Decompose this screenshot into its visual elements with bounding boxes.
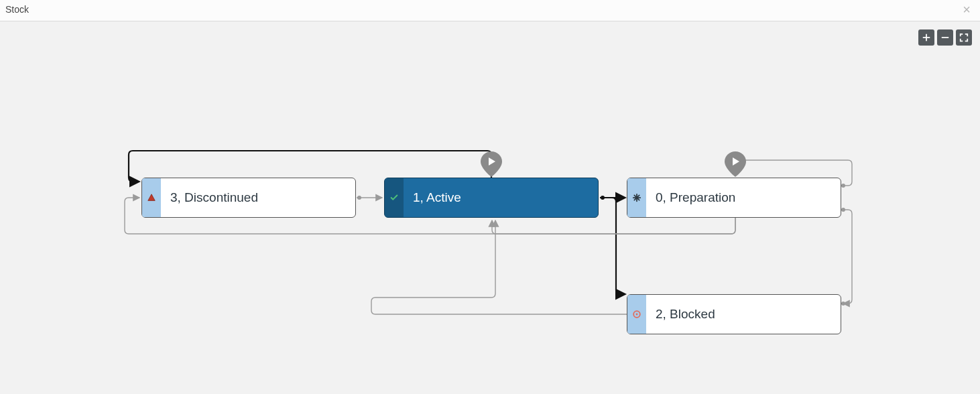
state-node-preparation[interactable]: 0, Preparation	[627, 178, 841, 218]
pin-play-icon	[481, 151, 502, 177]
node-label: 3, Discontinued	[170, 190, 258, 205]
check-icon	[389, 193, 399, 202]
state-node-blocked[interactable]: 2, Blocked	[627, 294, 841, 334]
edge-active-to-blocked	[600, 198, 625, 294]
edge-blocked-to-active	[371, 220, 627, 314]
asterisk-icon	[632, 193, 641, 202]
port-preparation-out-bottom	[841, 208, 845, 212]
port-preparation-out-top	[841, 184, 845, 188]
pin-play-icon	[725, 151, 746, 177]
stop-circle-icon	[632, 310, 641, 319]
node-stripe	[142, 178, 161, 217]
workflow-canvas[interactable]: 3, Discontinued 1, Active 0, Preparation	[0, 22, 980, 394]
start-pin-active[interactable]	[481, 151, 502, 177]
port-active-out	[601, 196, 605, 200]
port-discontinued-out	[357, 196, 361, 200]
node-label: 1, Active	[413, 190, 461, 205]
state-node-discontinued[interactable]: 3, Discontinued	[141, 178, 356, 218]
node-label: 0, Preparation	[656, 190, 735, 205]
edge-preparation-to-active	[492, 218, 735, 234]
svg-point-8	[636, 314, 638, 316]
node-stripe	[385, 178, 404, 217]
edge-preparation-to-blocked	[843, 210, 852, 304]
close-icon[interactable]: ×	[960, 3, 973, 16]
warning-triangle-icon	[147, 193, 156, 202]
port-blocked-out	[841, 302, 845, 306]
state-node-active[interactable]: 1, Active	[384, 178, 599, 218]
node-stripe	[627, 295, 646, 334]
start-pin-preparation[interactable]	[725, 151, 746, 177]
node-stripe	[627, 178, 646, 217]
node-label: 2, Blocked	[656, 307, 715, 322]
header-bar: Stock ×	[0, 0, 980, 21]
page-title: Stock	[5, 4, 29, 15]
